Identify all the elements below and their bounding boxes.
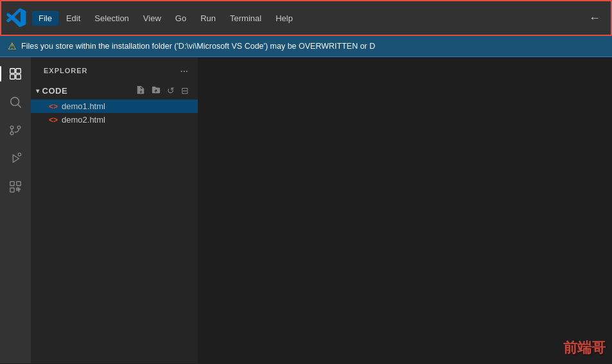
back-button[interactable]: ← bbox=[584, 9, 606, 28]
warning-bar: ⚠ Files you store within the installatio… bbox=[0, 36, 612, 57]
folder-section: ▾ CODE ↺ ⊟ bbox=[31, 81, 198, 128]
activity-explorer[interactable] bbox=[4, 62, 27, 85]
extensions-icon bbox=[8, 180, 22, 194]
file-name-demo1: demo1.html bbox=[62, 101, 105, 111]
svg-rect-2 bbox=[10, 74, 15, 79]
html-file-icon: <> bbox=[49, 102, 58, 111]
folder-name: CODE bbox=[42, 86, 68, 96]
menu-file[interactable]: File bbox=[32, 11, 58, 26]
watermark: 前端哥 bbox=[563, 338, 606, 358]
svg-rect-10 bbox=[10, 182, 14, 186]
source-control-icon bbox=[8, 123, 22, 137]
svg-rect-1 bbox=[16, 69, 21, 73]
new-folder-button[interactable] bbox=[150, 84, 162, 98]
svg-rect-3 bbox=[16, 74, 21, 79]
svg-rect-11 bbox=[17, 182, 21, 186]
activity-bar bbox=[0, 57, 31, 363]
menu-view[interactable]: View bbox=[137, 11, 168, 26]
menu-go[interactable]: Go bbox=[169, 11, 193, 26]
explorer-more-button[interactable]: ··· bbox=[178, 64, 190, 77]
explorer-title: EXPLORER bbox=[44, 67, 88, 74]
svg-point-9 bbox=[18, 153, 21, 156]
chevron-down-icon: ▾ bbox=[36, 87, 40, 94]
file-item-demo2[interactable]: <> demo2.html bbox=[31, 113, 198, 126]
activity-source-control[interactable] bbox=[4, 119, 27, 142]
search-icon bbox=[8, 95, 22, 109]
explorer-icon bbox=[8, 67, 22, 81]
svg-rect-12 bbox=[10, 188, 14, 192]
menu-bar: File Edit Selection View Go Run Terminal… bbox=[32, 11, 299, 26]
run-debug-icon bbox=[8, 152, 22, 166]
folder-actions: ↺ ⊟ bbox=[135, 84, 190, 98]
file-item-demo1[interactable]: <> demo1.html bbox=[31, 100, 198, 113]
menu-terminal[interactable]: Terminal bbox=[223, 11, 268, 26]
explorer-header: EXPLORER ··· bbox=[31, 57, 198, 81]
folder-label: ▾ CODE bbox=[36, 86, 67, 96]
folder-header[interactable]: ▾ CODE ↺ ⊟ bbox=[31, 82, 198, 100]
activity-run-debug[interactable] bbox=[4, 147, 27, 170]
menu-edit[interactable]: Edit bbox=[60, 11, 87, 26]
collapse-all-button[interactable]: ⊟ bbox=[180, 84, 190, 98]
activity-search[interactable] bbox=[4, 91, 27, 114]
vscode-logo-icon bbox=[6, 8, 27, 28]
html-file-icon-2: <> bbox=[49, 116, 58, 125]
titlebar: File Edit Selection View Go Run Terminal… bbox=[0, 0, 612, 36]
main-layout: EXPLORER ··· ▾ CODE bbox=[0, 57, 612, 363]
menu-selection[interactable]: Selection bbox=[88, 11, 135, 26]
refresh-button[interactable]: ↺ bbox=[166, 84, 176, 98]
editor-area[interactable] bbox=[198, 57, 612, 363]
activity-extensions[interactable] bbox=[4, 175, 27, 198]
sidebar: EXPLORER ··· ▾ CODE bbox=[31, 57, 198, 363]
svg-rect-0 bbox=[10, 69, 15, 73]
menu-run[interactable]: Run bbox=[194, 11, 222, 26]
menu-help[interactable]: Help bbox=[269, 11, 299, 26]
svg-line-5 bbox=[18, 105, 21, 107]
warning-icon: ⚠ bbox=[8, 40, 16, 52]
explorer-actions: ··· bbox=[178, 64, 190, 77]
file-name-demo2: demo2.html bbox=[62, 115, 105, 125]
new-file-button[interactable] bbox=[135, 84, 146, 98]
warning-text: Files you store within the installation … bbox=[21, 42, 375, 51]
